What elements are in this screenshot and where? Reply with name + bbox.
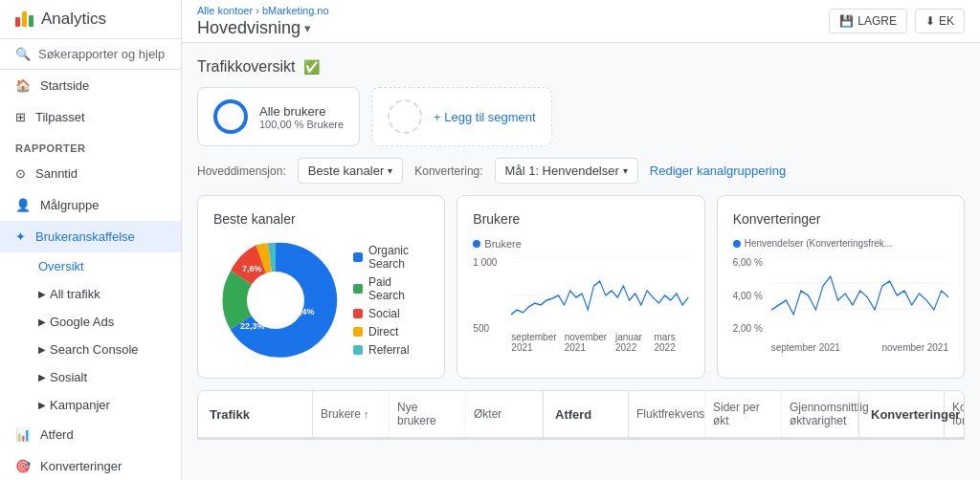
trafikk-label: Trafikk bbox=[210, 407, 250, 422]
search-console-label: Search Console bbox=[50, 342, 139, 357]
person-icon: 👤 bbox=[15, 198, 31, 212]
sidebar-item-tilpasset[interactable]: ⊞ Tilpasset bbox=[0, 101, 181, 133]
conv-y-4: 4,00 % bbox=[733, 291, 763, 301]
export-icon: ⬇ bbox=[925, 14, 935, 28]
export-button[interactable]: ⬇ EK bbox=[915, 9, 965, 33]
main-content: Alle kontoer › bMarketing.no Hovedvisnin… bbox=[182, 0, 980, 480]
col-okter[interactable]: Økter bbox=[466, 391, 543, 437]
conv-legend-label: Henvendelser (Konverteringsfrek... bbox=[745, 238, 893, 249]
legend-item-social: Social bbox=[353, 307, 429, 320]
sidebar-item-oversikt[interactable]: Oversikt bbox=[0, 252, 181, 280]
sidebar-item-google-ads[interactable]: ▶ Google Ads bbox=[0, 308, 181, 336]
gj-varighet-label: Gjennomsnittlig øktvarighet bbox=[790, 401, 869, 427]
users-x-mar: mars 2022 bbox=[654, 332, 688, 353]
sidebar-item-brukeranskaffelse[interactable]: ✦ Brukeranskaffelse bbox=[0, 221, 181, 252]
svg-text:64,4%: 64,4% bbox=[290, 307, 315, 316]
sidebar-item-atferd[interactable]: 📊 Atferd bbox=[0, 419, 181, 450]
app-title: Analytics bbox=[41, 10, 106, 29]
hoved-select[interactable]: Beste kanaler ▾ bbox=[298, 158, 404, 184]
startside-label: Startside bbox=[40, 78, 89, 93]
col-nye-brukere[interactable]: Nye brukere bbox=[390, 391, 466, 437]
segment-sub: 100,00 % Brukere bbox=[259, 119, 344, 130]
col-gj-varighet[interactable]: Gjennomsnittlig øktvarighet bbox=[782, 391, 858, 437]
expand-search-console-icon: ▶ bbox=[38, 344, 46, 355]
atferd-section: Atferd bbox=[543, 391, 629, 437]
users-x-nov: november 2021 bbox=[565, 332, 615, 353]
sidebar-item-all-trafikk[interactable]: ▶ All trafikk bbox=[0, 280, 181, 308]
svg-text:22,3%: 22,3% bbox=[240, 321, 265, 331]
sidebar-item-startside[interactable]: 🏠 Startside bbox=[0, 70, 181, 101]
sidebar-item-konverteringer[interactable]: 🎯 Konverteringer bbox=[0, 450, 181, 480]
sidebar-item-search-console[interactable]: ▶ Search Console bbox=[0, 336, 181, 363]
referral-color bbox=[353, 345, 363, 355]
expand-sosialt-icon: ▶ bbox=[38, 372, 46, 382]
col-konv-rate[interactable]: Konverteringsf... for mål 1 bbox=[945, 391, 965, 437]
conv-svg-area bbox=[771, 257, 948, 334]
segments-row: Alle brukere 100,00 % Brukere + Legg til… bbox=[197, 87, 965, 146]
conv-y-labels: 6,00 % 4,00 % 2,00 % bbox=[733, 257, 763, 334]
top-bar: Alle kontoer › bMarketing.no Hovedvisnin… bbox=[182, 0, 980, 43]
segment-card-all-users[interactable]: Alle brukere 100,00 % Brukere bbox=[197, 87, 360, 146]
activity-icon: 📊 bbox=[15, 427, 31, 442]
conv-y-2: 2,00 % bbox=[733, 323, 763, 334]
add-segment-button[interactable]: + Legg til segment bbox=[371, 87, 552, 146]
expand-all-trafikk-icon: ▶ bbox=[38, 289, 46, 299]
sidebar-item-sosialt[interactable]: ▶ Sosialt bbox=[0, 363, 181, 391]
oversikt-label: Oversikt bbox=[38, 259, 84, 273]
table-header-row: Trafikk Brukere ↑ Nye brukere Økter Atfe… bbox=[198, 391, 964, 439]
add-segment-circle bbox=[388, 99, 422, 134]
sider-per-okt-label: Sider per økt bbox=[713, 401, 773, 427]
paid-color bbox=[353, 284, 363, 294]
users-chart-card: Brukere Brukere 1 000 500 bbox=[457, 195, 704, 379]
segment-circle bbox=[213, 99, 248, 134]
sosialt-label: Sosialt bbox=[50, 370, 87, 384]
fluktfrekvens-label: Fluktfrekvens bbox=[636, 407, 704, 421]
conv-chart-area: Henvendelser (Konverteringsfrek... 6,00 … bbox=[733, 238, 948, 353]
paid-label: Paid Search bbox=[368, 275, 429, 302]
nye-brukere-label: Nye brukere bbox=[397, 401, 457, 427]
pie-legend: Organic Search Paid Search Social D bbox=[353, 244, 429, 357]
konv-chevron-icon: ▾ bbox=[623, 165, 628, 176]
brukeranskaffelse-label: Brukeranskaffelse bbox=[35, 229, 135, 244]
charts-row: Beste kanaler bbox=[197, 195, 965, 379]
breadcrumb-site[interactable]: bMarketing.no bbox=[262, 5, 329, 16]
save-button[interactable]: 💾 LAGRE bbox=[829, 9, 907, 33]
segment-name: Alle brukere bbox=[259, 104, 344, 119]
breadcrumb-alle-kontoer[interactable]: Alle kontoer bbox=[197, 5, 253, 16]
clock-icon: ⊙ bbox=[15, 166, 26, 181]
conv-y-6: 6,00 % bbox=[733, 257, 763, 268]
search-icon: 🔍 bbox=[15, 47, 31, 61]
users-y-1000: 1 000 bbox=[473, 257, 497, 268]
search-bar[interactable]: 🔍 Søkerapporter og hjelp bbox=[0, 39, 181, 70]
conv-x-nov: november 2021 bbox=[882, 342, 949, 353]
pie-container: 64,4% 22,3% 7,6% Organic Search Paid Sea… bbox=[213, 238, 429, 362]
users-chart-area: Brukere 1 000 500 september bbox=[473, 238, 688, 353]
table-footer: Trafikk Brukere ↑ Nye brukere Økter Atfe… bbox=[197, 390, 965, 440]
expand-kampanjer-icon: ▶ bbox=[38, 400, 46, 410]
users-legend: Brukere bbox=[473, 238, 688, 250]
users-y-500: 500 bbox=[473, 323, 497, 334]
hoved-value: Beste kanaler bbox=[308, 164, 385, 178]
social-label: Social bbox=[368, 307, 400, 320]
save-icon: 💾 bbox=[839, 14, 854, 28]
expand-google-ads-icon: ▶ bbox=[38, 316, 46, 327]
sidebar: Analytics 🔍 Søkerapporter og hjelp 🏠 Sta… bbox=[0, 0, 182, 480]
konv-value: Mål 1: Henvendelser bbox=[505, 164, 619, 178]
chevron-down-icon[interactable]: ▾ bbox=[304, 21, 311, 35]
add-segment-label: + Legg til segment bbox=[434, 110, 536, 124]
konv-select[interactable]: Mål 1: Henvendelser ▾ bbox=[495, 158, 638, 184]
konverteringer-label: Konverteringer bbox=[40, 459, 122, 473]
col-brukere[interactable]: Brukere ↑ bbox=[313, 391, 390, 437]
target-icon: 🎯 bbox=[15, 459, 31, 473]
rediger-link[interactable]: Rediger kanalgruppering bbox=[650, 164, 786, 178]
col-sider-per-okt[interactable]: Sider per økt bbox=[705, 391, 782, 437]
col-fluktfrekvens[interactable]: Fluktfrekvens bbox=[629, 391, 705, 437]
section-title: Trafikkoversikt bbox=[197, 58, 296, 76]
sanntid-label: Sanntid bbox=[35, 166, 78, 181]
dimensions-row: Hoveddimensjon: Beste kanaler ▾ Konverte… bbox=[197, 158, 965, 184]
sort-brukere-icon: ↑ bbox=[364, 408, 369, 420]
sidebar-item-malgruppe[interactable]: 👤 Målgruppe bbox=[0, 189, 181, 221]
sidebar-item-kampanjer[interactable]: ▶ Kampanjer bbox=[0, 391, 181, 419]
users-x-sep: september 2021 bbox=[511, 332, 564, 353]
sidebar-item-sanntid[interactable]: ⊙ Sanntid bbox=[0, 158, 181, 189]
